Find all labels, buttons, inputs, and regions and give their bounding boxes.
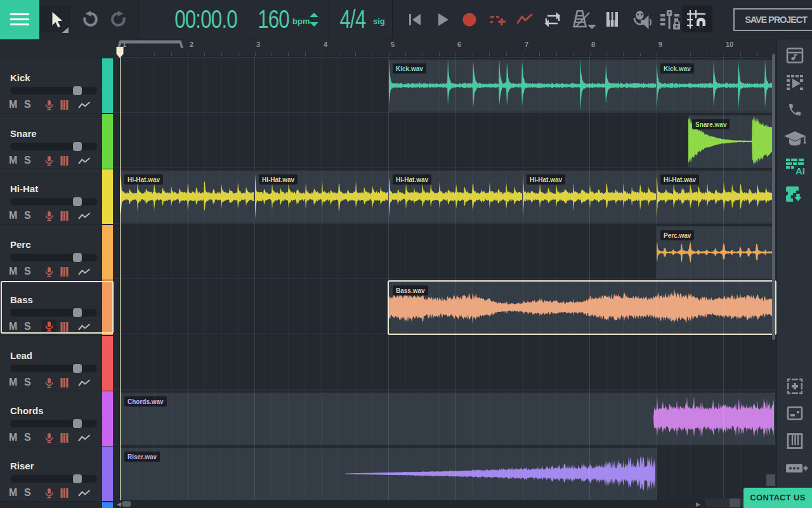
- svg-text:AI: AI: [796, 166, 805, 176]
